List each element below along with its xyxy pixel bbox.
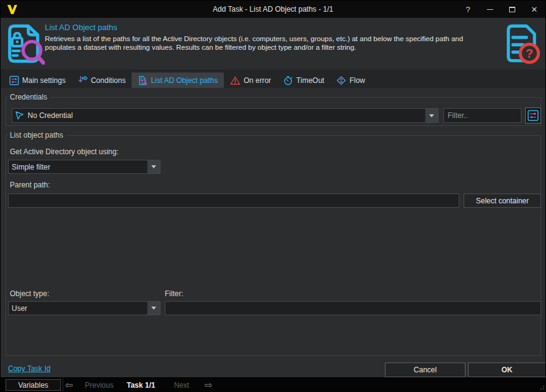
- task-title: List AD Object paths: [45, 23, 117, 32]
- tab-main-settings[interactable]: Main settings: [3, 73, 72, 88]
- tab-label: Main settings: [22, 76, 66, 85]
- previous-arrow-icon[interactable]: ⇦: [65, 378, 73, 392]
- credential-pointer-icon: [15, 111, 25, 120]
- minimize-icon: [487, 9, 493, 10]
- minimize-button[interactable]: [479, 1, 501, 18]
- on-error-icon: [230, 76, 240, 85]
- get-using-dropdown-arrow[interactable]: [147, 160, 160, 173]
- close-button[interactable]: ✕: [523, 1, 545, 18]
- window-controls: ? ✕: [457, 1, 545, 18]
- cancel-button[interactable]: Cancel: [385, 363, 465, 377]
- statusbar-divider: [63, 378, 63, 392]
- task-description: Retrieves a list of the paths for all th…: [45, 34, 495, 52]
- select-container-button[interactable]: Select container: [464, 194, 541, 208]
- chevron-down-icon: [151, 307, 156, 310]
- flow-icon: [336, 76, 346, 85]
- tab-on-error[interactable]: On error: [224, 73, 277, 88]
- credential-settings-button[interactable]: [525, 108, 541, 123]
- status-bar: Variables ⇦ Previous Task 1/1 Next ⇨: [1, 377, 546, 391]
- credentials-group: Credentials No Credential: [6, 93, 541, 126]
- tab-label: TimeOut: [296, 76, 325, 85]
- list-ad-object-paths-icon: [138, 76, 148, 85]
- get-using-dropdown-value: Simple filter: [9, 163, 147, 171]
- svg-text:?: ?: [526, 47, 533, 60]
- get-using-label: Get Active Directory object using:: [10, 147, 119, 156]
- task-indicator: Task 1/1: [127, 378, 155, 392]
- parent-path-label: Parent path:: [10, 181, 50, 189]
- next-task-button[interactable]: Next: [174, 378, 189, 392]
- sliders-icon: [528, 110, 539, 121]
- add-task-dialog: Add Task - List AD Object paths - 1/1 ? …: [0, 0, 546, 392]
- tab-label: Flow: [349, 76, 365, 85]
- object-type-dropdown-value: User: [9, 304, 147, 313]
- chevron-down-icon: [429, 114, 434, 117]
- next-arrow-icon[interactable]: ⇨: [205, 378, 213, 392]
- tab-conditions[interactable]: Conditions: [72, 73, 132, 88]
- credential-dropdown-arrow[interactable]: [425, 109, 438, 122]
- ad-search-lock-icon: [6, 21, 45, 68]
- credential-dropdown-value: No Credential: [25, 111, 425, 120]
- get-using-dropdown[interactable]: Simple filter: [8, 160, 160, 174]
- chevron-down-icon: [151, 165, 156, 168]
- main-settings-icon: [9, 76, 19, 85]
- filter-label: Filter:: [165, 289, 183, 298]
- task-tab-bar: Main settings Conditions List AD Objec: [1, 69, 546, 88]
- filter-input[interactable]: [165, 301, 541, 315]
- help-button[interactable]: ?: [457, 1, 479, 18]
- object-type-dropdown[interactable]: User: [8, 301, 160, 315]
- credential-dropdown[interactable]: No Credential: [12, 108, 438, 123]
- ok-button[interactable]: OK: [468, 363, 546, 377]
- tab-label: Conditions: [91, 76, 126, 85]
- object-type-dropdown-arrow[interactable]: [147, 302, 160, 315]
- object-type-label: Object type:: [10, 289, 49, 298]
- maximize-button[interactable]: [501, 1, 523, 18]
- conditions-icon: [78, 76, 88, 85]
- variables-button[interactable]: Variables: [6, 379, 61, 391]
- resize-grip[interactable]: [539, 385, 544, 390]
- copy-task-id-link[interactable]: Copy Task Id: [8, 364, 50, 373]
- previous-task-button[interactable]: Previous: [85, 378, 114, 392]
- parent-path-input[interactable]: [8, 194, 459, 208]
- tab-flow[interactable]: Flow: [330, 73, 371, 88]
- maximize-icon: [509, 7, 515, 12]
- list-object-paths-group-label: List object paths: [7, 131, 66, 139]
- tab-label: List AD Object paths: [151, 76, 218, 85]
- credentials-group-label: Credentials: [7, 93, 50, 101]
- timeout-icon: [283, 76, 293, 85]
- credential-filter-input[interactable]: [443, 108, 521, 123]
- title-bar: Add Task - List AD Object paths - 1/1 ? …: [1, 1, 545, 18]
- tab-label: On error: [243, 76, 271, 85]
- task-help-doc-icon: ?: [502, 22, 540, 68]
- list-object-paths-group: List object paths Get Active Directory o…: [6, 131, 541, 356]
- task-header: List AD Object paths Retrieves a list of…: [1, 18, 546, 69]
- tab-timeout[interactable]: TimeOut: [277, 73, 331, 88]
- tab-list-ad-object-paths[interactable]: List AD Object paths: [132, 73, 224, 88]
